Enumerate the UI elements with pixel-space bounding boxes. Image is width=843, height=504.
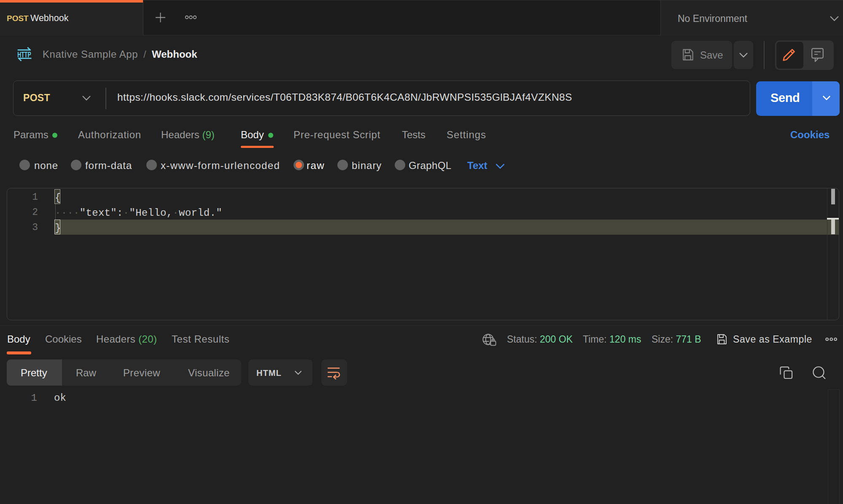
svg-text:HTTP: HTTP xyxy=(17,50,31,59)
